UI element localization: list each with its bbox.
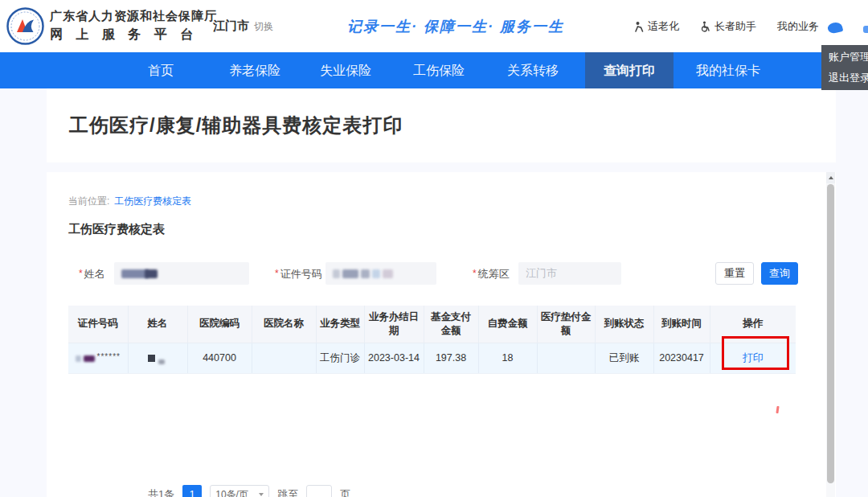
col-id-number: 证件号码 bbox=[68, 306, 128, 343]
elder-person-icon bbox=[633, 21, 645, 32]
page-size-select[interactable]: 10条/页 bbox=[210, 485, 269, 497]
platform-name: 网 上 服 务 平 台 bbox=[50, 27, 217, 43]
elder-helper-link[interactable]: 长者助手 bbox=[700, 19, 756, 34]
gov-logo-icon bbox=[6, 7, 44, 45]
nav-item-transfer[interactable]: 关系转移 bbox=[489, 52, 577, 88]
reset-button[interactable]: 重置 bbox=[715, 262, 754, 285]
elder-mode-link[interactable]: 适老化 bbox=[633, 19, 679, 34]
cell-fund-amount: 197.38 bbox=[424, 343, 478, 373]
region-value: 江门市 bbox=[526, 266, 557, 281]
menu-item-account[interactable]: 账户管理 bbox=[821, 47, 868, 68]
jump-suffix: 页 bbox=[340, 487, 350, 497]
cell-name bbox=[128, 343, 187, 373]
scrollbar-up-button[interactable] bbox=[826, 172, 835, 183]
nav-item-unemployment[interactable]: 失业保险 bbox=[301, 52, 390, 88]
nav-item-pension[interactable]: 养老保险 bbox=[211, 52, 299, 88]
name-input[interactable] bbox=[114, 262, 249, 285]
elder-mode-label: 适老化 bbox=[648, 19, 679, 34]
content-panel: 当前位置:工伤医疗费核定表 工伤医疗费核定表 *姓名 *证件号码 *统筹区 江门… bbox=[47, 172, 836, 497]
chevron-down-icon bbox=[259, 493, 264, 496]
cell-id-number: ****** bbox=[68, 343, 128, 373]
org-title-block: 广东省人力资源和社会保障厅 网 上 服 务 平 台 bbox=[50, 9, 217, 43]
cell-action: 打印 bbox=[710, 343, 796, 373]
header-quick-links: 适老化 长者助手 我的业务 bbox=[633, 19, 819, 34]
cell-business-type: 工伤门诊 bbox=[316, 343, 364, 373]
jump-prefix: 跳至 bbox=[277, 487, 298, 497]
table-header-row: 证件号码 姓名 医院编码 医院名称 业务类型 业务办结日期 基金支付金额 自费金… bbox=[68, 306, 796, 343]
page-title: 工伤医疗/康复/辅助器具费核定表打印 bbox=[69, 113, 403, 138]
region-input[interactable]: 江门市 bbox=[518, 262, 621, 285]
switch-city-link[interactable]: 切换 bbox=[254, 21, 273, 32]
search-button[interactable]: 查询 bbox=[761, 262, 798, 285]
breadcrumb-prefix: 当前位置: bbox=[68, 195, 109, 207]
site-slogan: 记录一生· 保障一生· 服务一生 bbox=[347, 17, 564, 36]
col-fund-amount: 基金支付金额 bbox=[424, 306, 478, 343]
red-tick-mark bbox=[776, 406, 779, 413]
col-hospital-name: 医院名称 bbox=[252, 306, 316, 343]
cell-self-amount: 18 bbox=[478, 343, 537, 373]
my-business-link[interactable]: 我的业务 bbox=[777, 19, 819, 34]
cell-arrival-time: 20230417 bbox=[653, 343, 710, 373]
mascot-icon[interactable] bbox=[827, 21, 844, 35]
pagination: 共1条 1 10条/页 跳至 页 bbox=[148, 485, 350, 497]
col-hospital-code: 医院编码 bbox=[187, 306, 252, 343]
nav-item-query-print[interactable]: 查询打印 bbox=[585, 52, 674, 88]
name-field-label: *姓名 bbox=[79, 267, 105, 281]
nav-item-work-injury[interactable]: 工伤保险 bbox=[395, 52, 483, 88]
org-name: 广东省人力资源和社会保障厅 bbox=[50, 9, 217, 24]
col-action: 操作 bbox=[710, 306, 796, 343]
nav-item-home[interactable]: 首页 bbox=[121, 52, 201, 88]
main-nav: 首页 养老保险 失业保险 工伤保险 关系转移 查询打印 我的社保卡 bbox=[0, 52, 868, 88]
col-advance-amount: 医疗垫付金额 bbox=[537, 306, 595, 343]
section-title: 工伤医疗费核定表 bbox=[68, 222, 165, 237]
masked-name-block bbox=[148, 355, 155, 362]
title-bar: 工伤医疗/康复/辅助器具费核定表打印 bbox=[47, 88, 836, 162]
current-city: 江门市 bbox=[213, 18, 249, 32]
print-link[interactable]: 打印 bbox=[743, 351, 764, 364]
city-selector: 江门市切换 bbox=[213, 18, 273, 34]
id-field-label: *证件号码 bbox=[275, 267, 322, 281]
pagination-total: 共1条 bbox=[148, 487, 174, 497]
site-header: 广东省人力资源和社会保障厅 网 上 服 务 平 台 江门市切换 记录一生· 保障… bbox=[0, 0, 868, 52]
my-business-label: 我的业务 bbox=[777, 19, 819, 34]
wheelchair-icon bbox=[700, 21, 711, 32]
id-number-input[interactable] bbox=[326, 262, 436, 285]
cell-hospital-code: 440700 bbox=[187, 343, 252, 373]
cell-arrival-status: 已到账 bbox=[595, 343, 653, 373]
breadcrumb-current-link[interactable]: 工伤医疗费核定表 bbox=[114, 195, 191, 207]
col-arrival-status: 到账状态 bbox=[595, 306, 653, 343]
col-name: 姓名 bbox=[128, 306, 187, 343]
arrow-up-icon bbox=[829, 176, 833, 179]
cell-advance-amount bbox=[537, 343, 595, 373]
nav-item-social-card[interactable]: 我的社保卡 bbox=[676, 52, 780, 88]
region-field-label: *统筹区 bbox=[473, 267, 510, 281]
required-mark: * bbox=[79, 268, 83, 279]
breadcrumb: 当前位置:工伤医疗费核定表 bbox=[68, 195, 191, 208]
menu-item-logout[interactable]: 退出登录 bbox=[821, 68, 868, 88]
pagination-page-1[interactable]: 1 bbox=[182, 485, 202, 497]
cell-hospital-name bbox=[252, 343, 316, 373]
elder-helper-label: 长者助手 bbox=[714, 19, 756, 34]
col-arrival-time: 到账时间 bbox=[653, 306, 710, 343]
jump-page-input[interactable] bbox=[306, 485, 332, 497]
table-row: ****** 440700 工伤门诊 2023-03-14 197.38 18 … bbox=[68, 343, 796, 373]
page-size-value: 10条/页 bbox=[215, 488, 248, 497]
scrollbar-thumb[interactable] bbox=[827, 184, 834, 483]
user-dropdown-menu: 账户管理 退出登录 bbox=[821, 45, 868, 90]
cell-settle-date: 2023-03-14 bbox=[364, 343, 424, 373]
gov-logo[interactable] bbox=[6, 7, 44, 45]
results-table: 证件号码 姓名 医院编码 医院名称 业务类型 业务办结日期 基金支付金额 自费金… bbox=[68, 306, 796, 374]
edge-widget-icon[interactable] bbox=[863, 26, 868, 33]
panel-scrollbar bbox=[826, 172, 835, 497]
col-business-type: 业务类型 bbox=[316, 306, 364, 343]
col-settle-date: 业务办结日期 bbox=[364, 306, 424, 343]
col-self-amount: 自费金额 bbox=[478, 306, 537, 343]
